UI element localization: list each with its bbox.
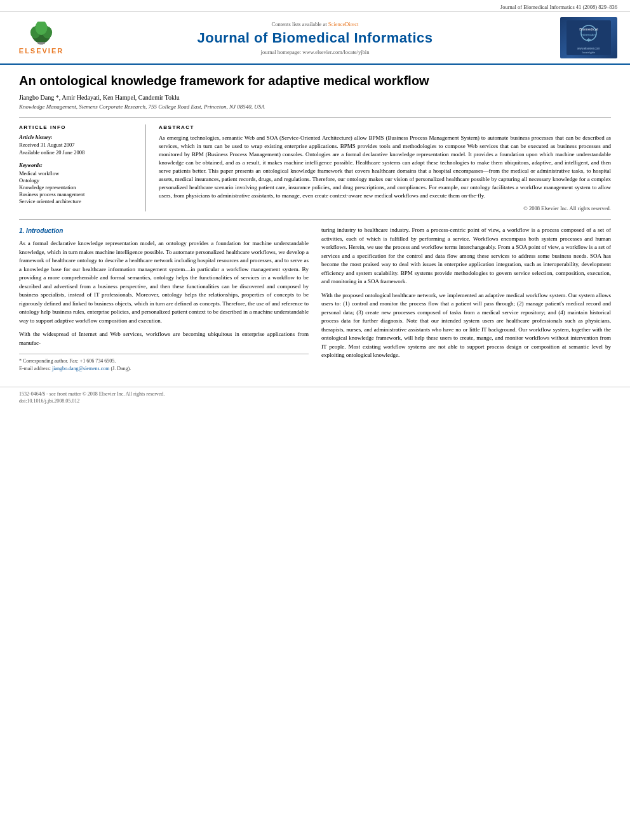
keyword-knowledge-rep: Knowledge representation	[19, 184, 133, 190]
content-divider	[19, 219, 611, 220]
footnote-email-address[interactable]: jiangbo.dang@siemens.com	[52, 366, 109, 371]
body-para-3: turing industry to healthcare industry. …	[321, 226, 611, 286]
body-two-column: 1. Introduction As a formal declarative …	[19, 226, 611, 373]
body-left-column: 1. Introduction As a formal declarative …	[19, 226, 309, 373]
article-metadata-section: ARTICLE INFO Article history: Received 3…	[19, 117, 611, 211]
body-para-4: With the proposed ontological healthcare…	[321, 291, 611, 360]
journal-reference: Journal of Biomedical Informatics 41 (20…	[500, 4, 617, 10]
abstract-column: ABSTRACT As emerging technologies, seman…	[146, 124, 611, 211]
journal-header-center: Contents lists available at ScienceDirec…	[70, 21, 560, 55]
footnote-email-label: E-mail address:	[19, 366, 51, 371]
sciencedirect-link[interactable]: ScienceDirect	[328, 21, 359, 27]
body-para-1: As a formal declarative knowledge repres…	[19, 239, 309, 325]
svg-text:Informatics: Informatics	[581, 33, 597, 37]
body-para-2: With the widespread of Internet and Web …	[19, 330, 309, 347]
journal-top-bar: Journal of Biomedical Informatics 41 (20…	[0, 0, 630, 12]
elsevier-tree-icon	[22, 22, 60, 46]
article-affiliation: Knowledge Management, Siemens Corporate …	[19, 103, 611, 110]
copyright-line: © 2008 Elsevier Inc. All rights reserved…	[159, 205, 611, 211]
contents-available-line: Contents lists available at ScienceDirec…	[70, 21, 560, 27]
biomedical-logo-icon: Biomedical Informatics www.elsevier.com …	[566, 20, 611, 55]
page-footer: 1532-0464/$ - see front matter © 2008 El…	[0, 387, 630, 409]
keyword-bpm: Business process management	[19, 191, 133, 197]
footnote-corresponding: * Corresponding author. Fax: +1 606 734 …	[19, 357, 309, 365]
keyword-soa: Service oriented architecture	[19, 198, 133, 204]
svg-text:www.elsevier.com: www.elsevier.com	[577, 47, 600, 50]
keyword-medical-workflow: Medical workflow	[19, 170, 133, 177]
article-info-label: ARTICLE INFO	[19, 124, 133, 130]
abstract-label: ABSTRACT	[159, 124, 611, 130]
section1-heading: 1. Introduction	[19, 226, 309, 236]
keyword-ontology: Ontology	[19, 177, 133, 183]
article-history-label: Article history:	[19, 134, 133, 140]
article-info-column: ARTICLE INFO Article history: Received 3…	[19, 124, 146, 211]
elsevier-logo: ELSEVIER	[13, 22, 70, 55]
footnote-email-line: E-mail address: jiangbo.dang@siemens.com…	[19, 365, 309, 373]
abstract-text: As emerging technologies, semantic Web a…	[159, 134, 611, 200]
article-title: An ontological knowledge framework for a…	[19, 72, 611, 89]
svg-rect-11	[589, 38, 589, 42]
footer-issn: 1532-0464/$ - see front matter © 2008 El…	[19, 391, 611, 397]
main-content: An ontological knowledge framework for a…	[0, 65, 630, 380]
svg-text:Biomedical: Biomedical	[579, 27, 598, 31]
journal-logo-box: Biomedical Informatics www.elsevier.com …	[560, 17, 617, 58]
journal-header: ELSEVIER Contents lists available at Sci…	[0, 12, 630, 65]
homepage-line: journal homepage: www.elsevier.com/locat…	[70, 49, 560, 55]
journal-title: Journal of Biomedical Informatics	[70, 30, 560, 46]
body-right-column: turing industry to healthcare industry. …	[321, 226, 611, 373]
svg-rect-5	[37, 42, 44, 44]
svg-text:locate/yjbin: locate/yjbin	[582, 51, 595, 54]
footnote-email-suffix: (J. Dang).	[111, 366, 131, 371]
footer-doi: doi:10.1016/j.jbi.2008.05.012	[19, 398, 611, 404]
available-date: Available online 20 June 2008	[19, 149, 133, 156]
keywords-label: Keywords:	[19, 162, 133, 168]
received-date: Received 31 August 2007	[19, 142, 133, 148]
elsevier-brand-text: ELSEVIER	[19, 47, 64, 55]
footnote-section: * Corresponding author. Fax: +1 606 734 …	[19, 354, 309, 373]
article-authors: Jiangbo Dang *, Amir Hedayati, Ken Hampe…	[19, 94, 611, 101]
